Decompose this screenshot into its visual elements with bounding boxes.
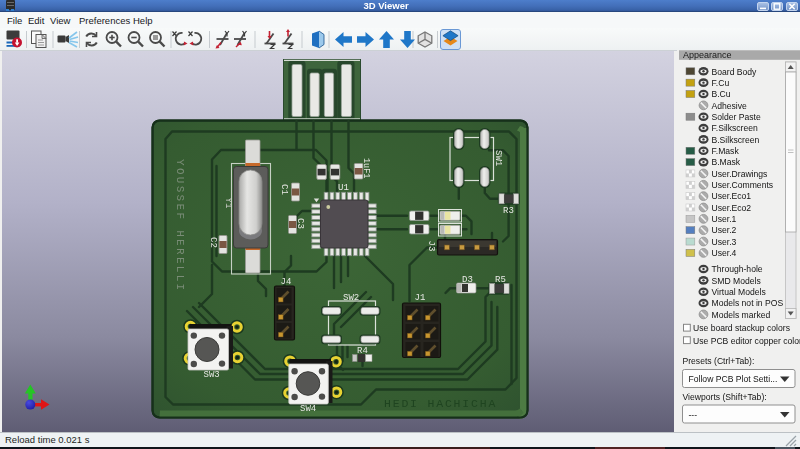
svg-text:YOUSSEF HERELLI: YOUSSEF HERELLI xyxy=(174,159,186,293)
svg-text:Through-hole: Through-hole xyxy=(712,264,763,274)
svg-text:Models not in POS: Models not in POS xyxy=(712,298,784,308)
svg-text:User.3: User.3 xyxy=(712,237,737,247)
svg-text:HEDI HACHICHA: HEDI HACHICHA xyxy=(384,397,497,410)
svg-text:B.Silkscreen: B.Silkscreen xyxy=(712,135,760,145)
svg-text:C2: C2 xyxy=(208,237,218,248)
svg-text:SW4: SW4 xyxy=(300,404,316,414)
svg-text:Board Body: Board Body xyxy=(712,67,758,77)
svg-text:F.Cu: F.Cu xyxy=(712,78,730,88)
svg-text:R3: R3 xyxy=(503,206,514,216)
svg-text:User.4: User.4 xyxy=(712,248,737,258)
svg-text:F.Silkscreen: F.Silkscreen xyxy=(712,123,759,133)
svg-text:---: --- xyxy=(689,410,698,420)
svg-text:Adhesive: Adhesive xyxy=(712,101,748,111)
svg-text:F.Mask: F.Mask xyxy=(712,146,740,156)
svg-text:Solder Paste: Solder Paste xyxy=(712,112,761,122)
svg-text:J1: J1 xyxy=(415,293,426,303)
svg-text:User.Comments: User.Comments xyxy=(712,180,774,190)
svg-text:B.Mask: B.Mask xyxy=(712,157,741,167)
svg-text:User.Drawings: User.Drawings xyxy=(712,169,768,179)
svg-text:Use PCB editor copper colors: Use PCB editor copper colors xyxy=(693,336,800,346)
svg-text:SW1: SW1 xyxy=(493,150,503,166)
svg-text:Viewports (Shift+Tab):: Viewports (Shift+Tab): xyxy=(683,392,767,402)
svg-text:R5: R5 xyxy=(495,275,506,285)
svg-text:C3: C3 xyxy=(295,218,305,229)
svg-text:Y1: Y1 xyxy=(223,198,233,209)
svg-text:C1: C1 xyxy=(279,184,289,195)
svg-text:J3: J3 xyxy=(426,241,436,252)
svg-text:J4: J4 xyxy=(281,277,292,287)
svg-text:Use board stackup colors: Use board stackup colors xyxy=(693,323,790,333)
svg-text:B.Cu: B.Cu xyxy=(712,89,731,99)
svg-text:D3: D3 xyxy=(462,275,473,285)
svg-text:Virtual Models: Virtual Models xyxy=(712,287,766,297)
svg-text:User.1: User.1 xyxy=(712,214,737,224)
svg-text:Appearance: Appearance xyxy=(683,50,732,60)
svg-text:U1: U1 xyxy=(338,183,349,193)
svg-text:Follow PCB Plot Setti...: Follow PCB Plot Setti... xyxy=(689,374,778,384)
svg-text:SW3: SW3 xyxy=(204,370,220,380)
svg-text:1uF1: 1uF1 xyxy=(361,158,371,178)
svg-text:Presets (Ctrl+Tab):: Presets (Ctrl+Tab): xyxy=(683,356,755,366)
svg-text:User.Eco2: User.Eco2 xyxy=(712,203,752,213)
svg-text:User.2: User.2 xyxy=(712,225,737,235)
svg-text:SMD Models: SMD Models xyxy=(712,276,761,286)
svg-text:Models marked: Models marked xyxy=(712,310,771,320)
svg-text:SW2: SW2 xyxy=(343,293,359,303)
svg-text:User.Eco1: User.Eco1 xyxy=(712,191,752,201)
